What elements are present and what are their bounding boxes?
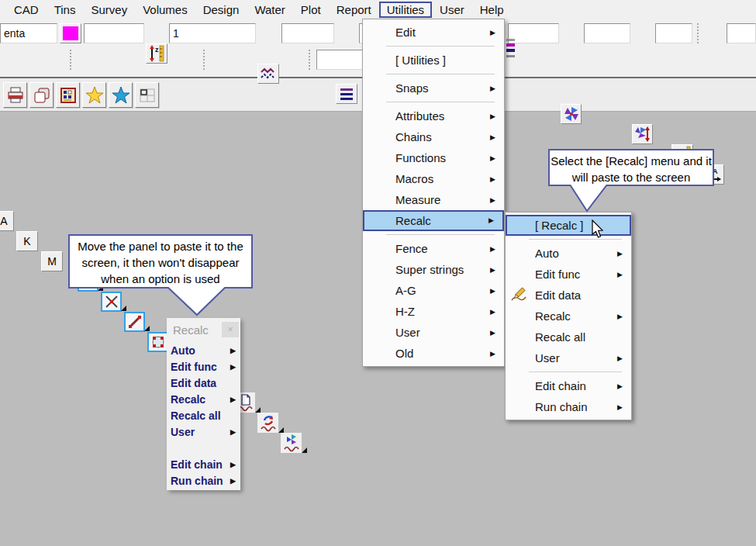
panel-close-button[interactable]: × (222, 322, 239, 337)
colour-name-field[interactable]: enta (0, 23, 57, 43)
menu-item-label: Recalc (535, 309, 571, 323)
height-field[interactable] (584, 23, 630, 43)
profile-style-button[interactable] (257, 64, 279, 84)
circle-snap-button[interactable] (147, 332, 168, 352)
panel-item-user[interactable]: User▶ (167, 424, 240, 441)
utilities-item-fence[interactable]: Fence▶ (363, 238, 504, 259)
panel-title-bar[interactable]: Recalc × (167, 318, 240, 343)
menu-user[interactable]: User (432, 2, 472, 17)
circle-snap-icon (150, 334, 166, 350)
recalc-string-button[interactable] (257, 413, 278, 433)
tin-field[interactable] (508, 23, 559, 43)
utilities-item-chains[interactable]: Chains▶ (363, 126, 504, 147)
menu-item-label: Old (395, 347, 413, 360)
refresh-wave-icon (260, 413, 277, 432)
utilities-item-snaps[interactable]: Snaps▶ (363, 78, 504, 98)
panel-item-edit-func[interactable]: Edit func▶ (167, 359, 240, 375)
menu-design[interactable]: Design (195, 2, 247, 17)
grid-panel-button[interactable] (56, 82, 80, 108)
tin-function-button[interactable] (561, 104, 582, 124)
panel-item-edit-data[interactable]: Edit data (167, 375, 240, 392)
submenu-item-recalc-all[interactable]: Recalc all (506, 327, 631, 347)
menu-plot[interactable]: Plot (293, 2, 329, 17)
linetype-field[interactable] (84, 23, 144, 43)
cross-snap-button[interactable] (101, 292, 122, 312)
z-value-button[interactable]: z (146, 43, 167, 64)
panel-title: Recalc (173, 323, 209, 337)
menu-report[interactable]: Report (329, 2, 379, 17)
menu-item-label: User (395, 326, 420, 339)
linestyle-list-button[interactable] (336, 84, 357, 104)
submenu-item-run-chain[interactable]: Run chain▶ (506, 396, 631, 417)
panel-item-auto[interactable]: Auto▶ (167, 343, 240, 359)
submenu-item-auto[interactable]: Auto▶ (506, 243, 631, 264)
menu-help[interactable]: Help (472, 2, 512, 17)
submenu-item-edit-func[interactable]: Edit func▶ (506, 264, 631, 285)
submenu-item-recalc-panel[interactable]: [ Recalc ] (506, 215, 631, 236)
blue-star-icon (111, 85, 131, 105)
utilities-item-user[interactable]: User▶ (363, 322, 504, 343)
chevron-right-icon: ▶ (490, 260, 495, 281)
pencil-icon (510, 287, 527, 304)
line-snap-icon (127, 314, 143, 330)
menu-item-label: Edit data (535, 289, 581, 302)
panel-item-run-chain[interactable]: Run chain▶ (167, 473, 240, 489)
submenu-item-edit-data[interactable]: Edit data (506, 285, 631, 306)
utilities-item-attributes[interactable]: Attributes▶ (363, 105, 504, 126)
mode-m-button[interactable]: M (41, 251, 63, 271)
menu-item-label: Run chain (535, 400, 588, 413)
utilities-item-utilities-panel[interactable]: [ Utilities ] (363, 50, 504, 71)
utilities-item-macros[interactable]: Macros▶ (363, 168, 504, 189)
menu-survey[interactable]: Survey (83, 2, 135, 17)
zigzag-lines-icon (260, 65, 277, 82)
menu-water[interactable]: Water (247, 2, 292, 17)
angle-field[interactable] (655, 23, 692, 43)
utilities-item-edit[interactable]: Edit▶ (363, 22, 504, 43)
menu-item-label: Fence (395, 242, 428, 255)
grid-icon (59, 86, 78, 105)
submenu-item-user[interactable]: User▶ (506, 347, 631, 368)
utilities-dropdown-menu: Edit▶ [ Utilities ] Snaps▶ Attributes▶ C… (362, 19, 505, 367)
style-field[interactable] (281, 23, 334, 43)
mouse-cursor (592, 219, 605, 239)
utilities-item-super-strings[interactable]: Super strings▶ (363, 259, 504, 280)
hidden-toolbar-fragment (506, 49, 515, 52)
tin-height-button[interactable] (632, 124, 653, 144)
edge-field[interactable] (727, 23, 756, 43)
recalc-floating-panel: Recalc × Auto▶ Edit func▶ Edit data Reca… (167, 318, 240, 490)
mode-a-button[interactable]: A (0, 211, 14, 231)
toolbar-separator (70, 50, 71, 70)
favorites-yellow-button[interactable] (82, 82, 106, 108)
utilities-item-functions[interactable]: Functions▶ (363, 147, 504, 168)
line-snap-button[interactable] (124, 312, 145, 332)
menu-cad[interactable]: CAD (6, 2, 47, 17)
pages-icon (33, 86, 51, 105)
colour-swatch-button[interactable] (60, 23, 81, 43)
menu-utilities[interactable]: Utilities (379, 2, 432, 18)
panel-item-edit-chain[interactable]: Edit chain▶ (167, 457, 240, 473)
utilities-item-h-z[interactable]: H-Z▶ (363, 301, 504, 322)
copy-view-button[interactable] (29, 82, 54, 108)
utilities-item-old[interactable]: Old▶ (363, 343, 504, 364)
layout-button[interactable] (135, 82, 159, 108)
panel-item-label: Recalc all (171, 410, 221, 422)
print-button[interactable] (3, 82, 27, 108)
chevron-right-icon: ▶ (490, 106, 495, 127)
submenu-item-edit-chain[interactable]: Edit chain▶ (506, 375, 631, 396)
panel-item-recalc[interactable]: Recalc▶ (167, 392, 240, 408)
panel-item-recalc-all[interactable]: Recalc all (167, 408, 240, 424)
submenu-item-recalc[interactable]: Recalc▶ (506, 306, 631, 327)
utilities-item-a-g[interactable]: A-G▶ (363, 280, 504, 301)
chainage-field[interactable]: 1 (169, 23, 256, 43)
function-string-button[interactable] (281, 433, 302, 453)
favorites-blue-button[interactable] (109, 82, 133, 108)
chevron-right-icon: ▶ (617, 264, 623, 285)
utilities-item-measure[interactable]: Measure▶ (363, 189, 504, 210)
utilities-item-recalc[interactable]: Recalc▶ (363, 210, 504, 231)
panel-item-label: Recalc (171, 393, 205, 406)
toolbar-separator (697, 23, 699, 43)
menu-volumes[interactable]: Volumes (135, 2, 195, 17)
yellow-star-icon (85, 85, 105, 105)
menu-tins[interactable]: Tins (47, 2, 84, 17)
mode-k-button[interactable]: K (16, 231, 38, 251)
